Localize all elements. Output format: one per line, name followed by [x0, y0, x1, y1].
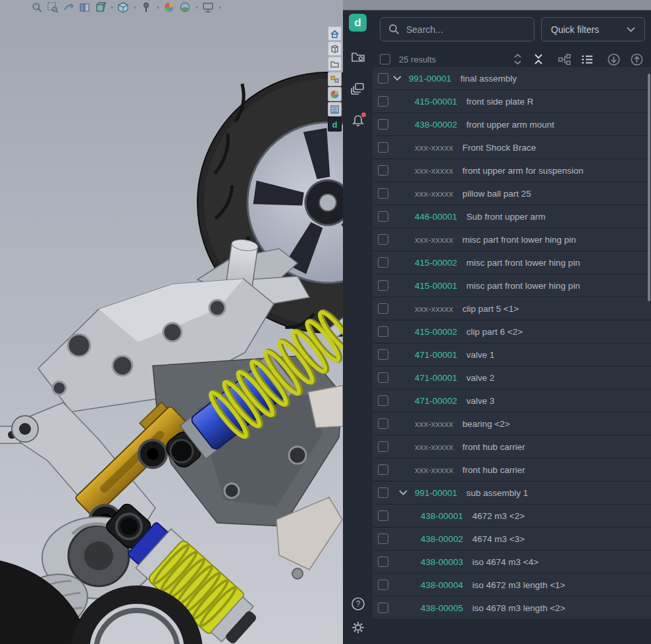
- row-checkbox[interactable]: [378, 580, 388, 590]
- part-number-link[interactable]: 438-00003: [421, 557, 463, 567]
- row-checkbox[interactable]: [378, 557, 388, 567]
- edit-appearance-icon[interactable]: [164, 2, 175, 13]
- table-row[interactable]: xxx-xxxxx front hub carrier: [373, 458, 651, 482]
- tab-custom-properties[interactable]: [328, 102, 342, 116]
- row-checkbox[interactable]: [378, 395, 388, 406]
- row-checkbox[interactable]: [378, 372, 388, 383]
- table-row[interactable]: 415-00001 front side plate R: [373, 90, 651, 113]
- duplicates-icon[interactable]: [351, 82, 365, 96]
- tab-duro-plugin-active[interactable]: d: [328, 117, 342, 132]
- dropdown-arrow[interactable]: ▾: [157, 5, 159, 11]
- part-number-link[interactable]: 438-00002: [415, 120, 457, 130]
- tab-home[interactable]: [328, 26, 342, 41]
- search-box[interactable]: [380, 17, 534, 41]
- dropdown-arrow[interactable]: ▾: [219, 5, 221, 11]
- part-number-link[interactable]: 471-00001: [415, 373, 457, 383]
- table-row[interactable]: xxx-xxxxx bearing <2>: [373, 412, 651, 435]
- row-checkbox[interactable]: [378, 280, 388, 291]
- expand-all-icon[interactable]: [513, 53, 523, 65]
- row-checkbox[interactable]: [378, 441, 388, 452]
- table-row[interactable]: xxx-xxxxx clip part 5 <1>: [373, 297, 651, 320]
- section-view-icon[interactable]: [79, 2, 90, 13]
- table-row[interactable]: xxx-xxxxx front hub carrier: [373, 435, 651, 458]
- table-row[interactable]: 415-00002 clip part 6 <2>: [373, 320, 651, 343]
- row-checkbox[interactable]: [378, 487, 388, 498]
- part-number-link[interactable]: 438-00002: [421, 534, 463, 544]
- part-number-link[interactable]: xxx-xxxxx: [415, 235, 454, 245]
- table-row[interactable]: xxx-xxxxx pillow ball part 25: [373, 182, 651, 205]
- row-checkbox[interactable]: [378, 119, 388, 130]
- collapse-all-icon[interactable]: [533, 53, 544, 65]
- row-checkbox[interactable]: [378, 510, 388, 521]
- tab-design-library[interactable]: [328, 57, 342, 71]
- row-checkbox[interactable]: [378, 257, 388, 268]
- row-checkbox[interactable]: [378, 96, 388, 107]
- part-number-link[interactable]: xxx-xxxxx: [415, 442, 454, 452]
- row-checkbox[interactable]: [378, 211, 388, 222]
- row-checkbox[interactable]: [378, 234, 388, 245]
- table-row[interactable]: 438-00002 front upper arm mount: [373, 113, 651, 136]
- table-row[interactable]: 991-00001 sub assembly 1: [373, 482, 651, 505]
- table-row[interactable]: 471-00001 valve 1: [373, 343, 651, 366]
- tab-solidworks-resources[interactable]: [328, 41, 342, 56]
- table-row[interactable]: 438-00001 4672 m3 <2>: [373, 505, 651, 528]
- table-row[interactable]: 438-00005 iso 4678 m3 length <2>: [373, 597, 651, 620]
- table-row[interactable]: 438-00003 iso 4674 m3 <4>: [373, 551, 651, 574]
- apply-scene-icon[interactable]: [180, 2, 191, 13]
- search-input[interactable]: [406, 24, 526, 35]
- quick-filters-dropdown[interactable]: Quick filters: [541, 17, 645, 41]
- part-number-link[interactable]: 471-00001: [415, 350, 457, 360]
- table-row[interactable]: xxx-xxxxx Front Shock Brace: [373, 136, 651, 159]
- row-expand-chevron-icon[interactable]: [399, 490, 409, 495]
- part-number-link[interactable]: 438-00001: [421, 511, 463, 521]
- tab-3d-content-central[interactable]: [328, 87, 342, 101]
- zoom-to-area-icon[interactable]: [47, 2, 59, 13]
- table-row[interactable]: 438-00004 iso 4672 m3 length <1>: [373, 574, 651, 597]
- view-settings-icon[interactable]: [203, 2, 214, 13]
- list-view-icon[interactable]: [581, 55, 593, 64]
- row-checkbox[interactable]: [378, 326, 388, 337]
- settings-gear-icon[interactable]: [351, 620, 365, 635]
- tree-view-icon[interactable]: [558, 54, 571, 65]
- view-orientation-icon[interactable]: [95, 2, 106, 13]
- row-checkbox[interactable]: [378, 303, 388, 314]
- workspace-folder-icon[interactable]: [351, 49, 365, 64]
- row-checkbox[interactable]: [378, 165, 388, 176]
- row-checkbox[interactable]: [378, 418, 388, 429]
- row-checkbox[interactable]: [378, 533, 388, 544]
- part-number-link[interactable]: 415-00001: [415, 281, 457, 291]
- part-number-link[interactable]: 438-00004: [421, 580, 463, 590]
- dropdown-arrow[interactable]: ▾: [134, 5, 136, 11]
- table-row[interactable]: xxx-xxxxx misc part front lower hing pin: [373, 228, 651, 251]
- previous-view-icon[interactable]: [63, 2, 74, 13]
- part-number-link[interactable]: 415-00002: [415, 258, 457, 268]
- part-number-link[interactable]: xxx-xxxxx: [415, 419, 454, 429]
- row-checkbox[interactable]: [378, 73, 388, 84]
- part-number-link[interactable]: xxx-xxxxx: [415, 166, 454, 176]
- table-row[interactable]: 991-00001 final assembly: [373, 67, 651, 90]
- row-checkbox[interactable]: [378, 142, 388, 153]
- part-number-link[interactable]: xxx-xxxxx: [415, 189, 454, 199]
- tab-toolbox[interactable]: [328, 72, 342, 86]
- part-number-link[interactable]: xxx-xxxxx: [415, 304, 454, 314]
- part-number-link[interactable]: 446-00001: [415, 212, 457, 222]
- row-checkbox[interactable]: [378, 603, 388, 613]
- select-all-checkbox[interactable]: [380, 54, 390, 64]
- table-row[interactable]: 471-00001 valve 2: [373, 366, 651, 389]
- row-checkbox[interactable]: [378, 349, 388, 360]
- part-number-link[interactable]: 438-00005: [421, 603, 463, 613]
- upload-icon[interactable]: [631, 53, 643, 66]
- notifications-bell-icon[interactable]: [351, 114, 365, 128]
- table-row[interactable]: 415-00001 misc part front lower hing pin: [373, 274, 651, 297]
- part-number-link[interactable]: xxx-xxxxx: [415, 143, 454, 153]
- panel-scrollbar[interactable]: [648, 74, 650, 301]
- part-number-link[interactable]: 415-00002: [415, 327, 457, 337]
- row-checkbox[interactable]: [378, 464, 388, 475]
- table-row[interactable]: 415-00002 misc part front lower hing pin: [373, 251, 651, 274]
- download-icon[interactable]: [608, 53, 620, 66]
- duro-logo[interactable]: d: [349, 14, 367, 32]
- cad-viewport[interactable]: ▾ ▾ ▾ ▾ ▾: [0, 0, 343, 644]
- dropdown-arrow[interactable]: ▾: [195, 5, 198, 11]
- dropdown-arrow[interactable]: ▾: [111, 5, 113, 11]
- hide-show-items-icon[interactable]: [141, 2, 152, 13]
